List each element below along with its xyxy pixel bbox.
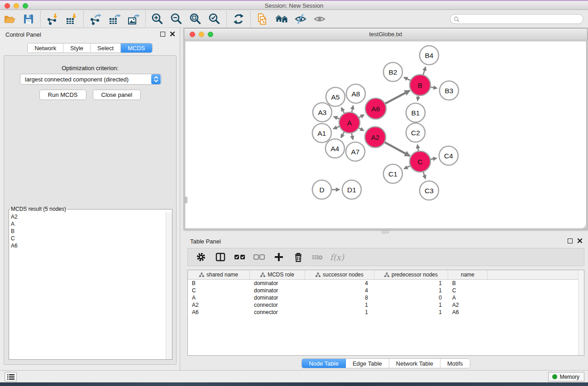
delete-table-button[interactable] — [309, 249, 326, 265]
table-cell[interactable]: 1 — [374, 301, 448, 309]
table-cell[interactable]: 8 — [305, 294, 374, 301]
search-input[interactable] — [461, 16, 583, 22]
tab-select[interactable]: Select — [91, 43, 121, 52]
table-cell[interactable]: B — [448, 280, 488, 287]
close-panel-icon[interactable] — [170, 31, 175, 37]
network-window-titlebar[interactable]: testGlobe.txt — [184, 29, 587, 40]
close-table-panel-icon[interactable] — [577, 238, 583, 243]
table-cell[interactable]: connector — [250, 309, 305, 316]
import-table-button[interactable] — [62, 11, 81, 27]
table-cell[interactable]: 1 — [305, 309, 374, 316]
tab-network-table[interactable]: Network Table — [389, 359, 440, 368]
float-table-panel-icon[interactable] — [568, 238, 573, 243]
show-panel-button[interactable] — [310, 11, 329, 27]
memory-label: Memory — [560, 374, 579, 380]
canvas-scrollbar-thumb[interactable] — [185, 197, 187, 203]
result-scrollbar[interactable] — [166, 212, 172, 359]
table-cell[interactable]: dominator — [250, 280, 305, 287]
table-cell[interactable]: A — [448, 294, 488, 301]
tab-motifs[interactable]: Motifs — [440, 359, 470, 368]
float-panel-icon[interactable] — [160, 32, 165, 37]
export-network-button[interactable] — [86, 11, 105, 27]
column-header-MCDS-role[interactable]: MCDS role — [250, 270, 305, 279]
table-cell[interactable]: C — [448, 287, 488, 294]
toolbar-separator — [250, 11, 251, 27]
zoom-out-button[interactable] — [167, 11, 186, 27]
mcds-result-item[interactable]: A — [11, 220, 166, 228]
table-cell[interactable]: A6 — [188, 309, 250, 316]
mcds-result-item[interactable]: C — [11, 235, 166, 242]
network-from-file-button[interactable] — [253, 11, 272, 27]
table-cell[interactable]: B — [188, 280, 250, 287]
column-header-shared-name[interactable]: shared name — [188, 270, 250, 279]
table-scrollbar[interactable] — [578, 270, 584, 355]
network-graph[interactable]: AA1A2A3A4A5A6A7A8BB1B2B3B4CC1C2C3C4DD1 — [185, 41, 586, 229]
split-divider-handle[interactable] — [382, 230, 389, 234]
tab-mcds[interactable]: MCDS — [121, 43, 152, 52]
table-settings-button[interactable] — [192, 249, 209, 265]
tab-style[interactable]: Style — [63, 43, 91, 52]
select-all-columns-button[interactable] — [231, 249, 248, 265]
table-cell[interactable]: 1 — [374, 287, 448, 294]
delete-column-button[interactable] — [290, 249, 306, 265]
zoom-fit-button[interactable] — [186, 11, 205, 27]
table-cell[interactable]: 4 — [305, 280, 374, 287]
table-row[interactable]: A6connector11A6 — [188, 309, 584, 316]
open-session-button[interactable] — [0, 11, 19, 27]
table-cell[interactable]: A — [188, 294, 250, 301]
function-builder-button[interactable]: f(x) — [329, 249, 345, 265]
import-network-button[interactable] — [43, 11, 62, 27]
table-cell[interactable]: connector — [250, 301, 305, 309]
refresh-button[interactable] — [229, 11, 248, 27]
table-row[interactable]: Cdominator41C — [188, 287, 584, 294]
table-cell[interactable]: 1 — [374, 309, 448, 316]
table-cell[interactable]: A2 — [188, 301, 250, 309]
select-stepper[interactable] — [151, 74, 161, 84]
optimization-criterion-select[interactable]: largest connected component (directed) — [20, 74, 162, 85]
table-cell[interactable]: A2 — [448, 301, 488, 309]
unselect-all-columns-button[interactable] — [251, 249, 268, 265]
mcds-result-item[interactable]: A6 — [11, 242, 166, 249]
table-cell[interactable]: dominator — [250, 294, 305, 301]
mcds-result-item[interactable]: B — [11, 228, 166, 235]
table-cell[interactable]: 4 — [305, 287, 374, 294]
mcds-result-item[interactable]: A2 — [11, 213, 166, 220]
table-cell[interactable]: 1 — [374, 280, 448, 287]
table-row[interactable]: Bdominator41B — [188, 280, 584, 287]
hide-panel-button[interactable] — [291, 11, 310, 27]
table-row[interactable]: Adominator80A — [188, 294, 584, 301]
zoom-selected-button[interactable] — [205, 11, 224, 27]
trash-icon — [293, 252, 304, 262]
memory-button[interactable]: Memory — [548, 372, 584, 381]
memory-status-icon — [552, 374, 557, 379]
tab-node-table[interactable]: Node Table — [302, 359, 346, 368]
table-cell[interactable]: dominator — [250, 287, 305, 294]
show-column-button[interactable] — [212, 249, 229, 265]
table-cell[interactable]: 0 — [374, 294, 448, 301]
graph-node-label: B3 — [445, 87, 454, 95]
column-header-successor-nodes[interactable]: successor nodes — [305, 270, 374, 279]
home-button[interactable] — [272, 11, 291, 27]
optimization-criterion-label: Optimization criterion: — [4, 65, 176, 71]
export-image-button[interactable] — [124, 11, 143, 27]
run-mcds-button[interactable]: Run MCDS — [39, 90, 86, 100]
graph-node-label: A — [347, 119, 352, 127]
network-canvas[interactable]: AA1A2A3A4A5A6A7A8BB1B2B3B4CC1C2C3C4DD1 — [185, 41, 587, 229]
show-task-history-button[interactable] — [5, 372, 17, 381]
column-header-name[interactable]: name — [448, 270, 488, 279]
zoom-in-button[interactable] — [148, 11, 167, 27]
checked-boxes-icon — [234, 252, 246, 262]
tab-edge-table[interactable]: Edge Table — [346, 359, 389, 368]
table-cell[interactable]: 1 — [305, 301, 374, 309]
save-session-button[interactable] — [19, 11, 38, 27]
create-column-button[interactable] — [270, 249, 287, 265]
tab-network[interactable]: Network — [28, 43, 63, 52]
export-table-button[interactable] — [105, 11, 124, 27]
window-resize-grip[interactable] — [581, 223, 587, 229]
table-cell[interactable]: A6 — [448, 309, 488, 316]
column-header-predecessor-nodes[interactable]: predecessor nodes — [374, 270, 448, 279]
table-cell[interactable]: C — [188, 287, 250, 294]
close-panel-button[interactable]: Close panel — [93, 90, 141, 100]
table-row[interactable]: A2connector11A2 — [188, 301, 584, 309]
table-toolbar: f(x) — [187, 248, 584, 266]
